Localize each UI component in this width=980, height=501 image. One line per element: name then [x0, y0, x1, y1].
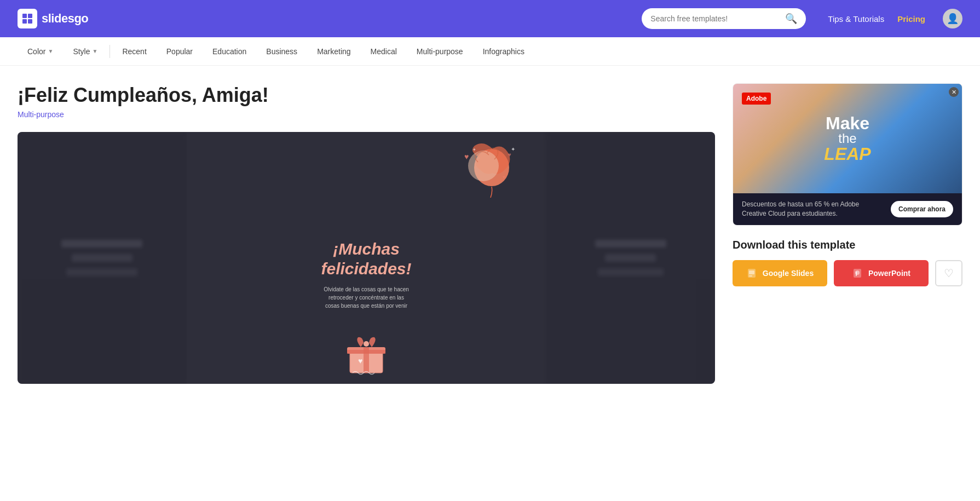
svg-rect-14 — [347, 350, 385, 354]
search-button[interactable]: 🔍 — [785, 13, 797, 25]
svg-text:✦: ✦ — [511, 146, 515, 152]
ad-text-overlay: Make the LEAP — [824, 114, 871, 163]
svg-point-5 — [468, 151, 499, 181]
preview-slide-right — [546, 132, 716, 384]
nav-color[interactable]: Color ▼ — [18, 37, 63, 66]
ad-buy-button[interactable]: Comprar ahora — [891, 201, 953, 217]
download-buttons: Google Slides PowerPoint ♡ — [733, 260, 962, 286]
muchas-text: ¡Muchas — [321, 239, 411, 259]
gift-decoration: ♥ — [342, 332, 391, 376]
search-box: 🔍 — [642, 8, 806, 29]
svg-text:♥: ♥ — [464, 152, 469, 161]
nav-medical[interactable]: Medical — [361, 37, 407, 66]
nav-education[interactable]: Education — [203, 37, 256, 66]
download-title: Download this template — [733, 239, 962, 251]
powerpoint-button[interactable]: PowerPoint — [834, 260, 929, 286]
ad-body-text: Descuentos de hasta un 65 % en Adobe Cre… — [742, 200, 884, 218]
preview-slide-left — [18, 132, 187, 384]
nav-style[interactable]: Style ▼ — [63, 37, 107, 66]
ad-inner: Ad ⤢ ✕ Adobe Make the LEAP Descuentos de… — [733, 84, 962, 225]
avatar[interactable]: 👤 — [943, 9, 962, 28]
slide-sub-text: Olvidate de las cosas que te hacen retro… — [322, 285, 410, 310]
search-input[interactable] — [650, 14, 781, 23]
nav-divider — [109, 45, 110, 58]
preview-slide-center: ♥ ♥ ♥ ✦ ✦ ¡Muchas felicidades! — [187, 132, 546, 384]
svg-rect-1 — [28, 14, 32, 18]
page-title: ¡Feliz Cumpleaños, Amiga! — [18, 83, 715, 107]
powerpoint-icon — [852, 268, 863, 279]
pricing-link[interactable]: Pricing — [897, 14, 925, 24]
header: slidesgo 🔍 Tips & Tutorials Pricing 👤 — [0, 0, 980, 37]
advertisement-box: Ad ⤢ ✕ Adobe Make the LEAP Descuentos de… — [733, 83, 962, 226]
ad-leap-text: LEAP — [824, 145, 871, 163]
svg-rect-0 — [22, 14, 27, 18]
svg-rect-3 — [28, 19, 32, 24]
nav-infographics[interactable]: Infographics — [473, 37, 534, 66]
chevron-down-icon: ▼ — [48, 48, 53, 54]
felicidades-text: felicidades! — [321, 259, 411, 279]
balloon-decoration: ♥ ♥ ♥ ✦ ✦ — [453, 143, 519, 198]
ad-the-text: the — [824, 132, 871, 145]
google-slides-icon — [746, 268, 757, 279]
nav-popular[interactable]: Popular — [157, 37, 203, 66]
header-nav: Tips & Tutorials Pricing — [828, 14, 925, 24]
nav-business[interactable]: Business — [256, 37, 307, 66]
nav-marketing[interactable]: Marketing — [307, 37, 360, 66]
svg-rect-18 — [749, 270, 754, 274]
ad-make-text: Make — [824, 114, 871, 132]
svg-rect-19 — [749, 275, 752, 277]
svg-rect-22 — [856, 272, 857, 276]
template-preview: ♥ ♥ ♥ ✦ ✦ ¡Muchas felicidades! — [18, 132, 715, 384]
tips-tutorials-link[interactable]: Tips & Tutorials — [828, 14, 884, 24]
logo-icon — [18, 9, 37, 28]
nav-multipurpose[interactable]: Multi-purpose — [407, 37, 473, 66]
left-column: ¡Feliz Cumpleaños, Amiga! Multi-purpose — [18, 83, 715, 384]
category-nav: Color ▼ Style ▼ Recent Popular Education… — [0, 37, 980, 66]
nav-recent[interactable]: Recent — [112, 37, 156, 66]
chevron-down-icon: ▼ — [93, 48, 98, 54]
right-column: Ad ⤢ ✕ Adobe Make the LEAP Descuentos de… — [733, 83, 962, 384]
download-section: Download this template Google Slides — [733, 239, 962, 286]
svg-text:✦: ✦ — [472, 147, 476, 152]
heart-icon: ♡ — [944, 267, 954, 280]
google-slides-button[interactable]: Google Slides — [733, 260, 827, 286]
svg-text:♥: ♥ — [508, 152, 511, 158]
adobe-logo: Adobe — [742, 93, 771, 105]
main-content: ¡Feliz Cumpleaños, Amiga! Multi-purpose — [0, 66, 980, 384]
svg-text:♥: ♥ — [503, 175, 505, 180]
ad-bottom-bar: Descuentos de hasta un 65 % en Adobe Cre… — [733, 193, 962, 225]
slide-main-text: ¡Muchas felicidades! — [321, 239, 411, 279]
logo-text: slidesgo — [42, 11, 88, 26]
logo-link[interactable]: slidesgo — [18, 9, 88, 28]
svg-point-15 — [364, 341, 369, 347]
svg-rect-2 — [22, 19, 27, 24]
favorite-button[interactable]: ♡ — [935, 260, 962, 286]
svg-text:♥: ♥ — [358, 356, 362, 365]
ad-image: Adobe Make the LEAP — [733, 84, 962, 193]
ad-close-button[interactable]: ✕ — [949, 87, 959, 97]
page-subtitle: Multi-purpose — [18, 110, 715, 119]
